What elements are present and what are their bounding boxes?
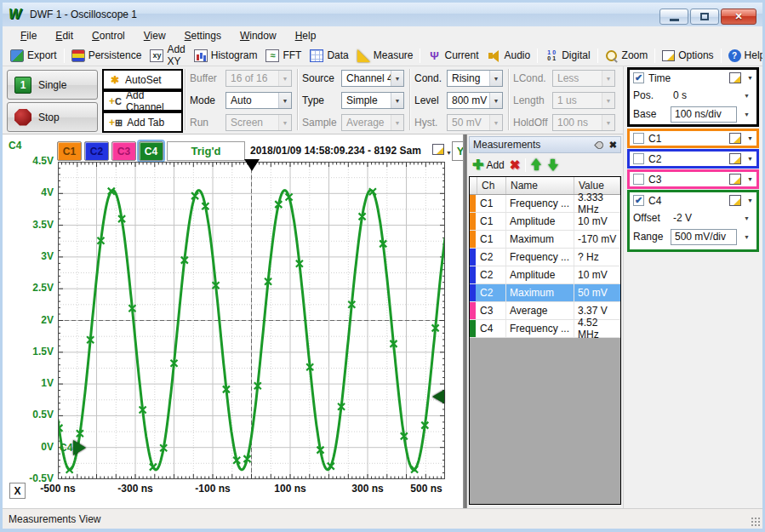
add-xy-button[interactable]: xyAdd XY	[146, 42, 189, 69]
c1-checkbox[interactable]	[633, 133, 644, 144]
mode-select[interactable]: Auto▼	[226, 92, 292, 109]
measurement-row[interactable]: C2Frequency ...? Hz	[470, 249, 620, 266]
offset-value[interactable]: -2 V	[671, 212, 740, 224]
sample-select[interactable]: Average▼	[341, 114, 404, 131]
measurement-row[interactable]: C2Maximum50 mV	[470, 284, 620, 302]
time-export-icon[interactable]	[729, 72, 741, 83]
channel-tab-c4[interactable]: C4	[139, 141, 163, 161]
channel-tab-c1[interactable]: C1	[57, 141, 82, 161]
buffer-select[interactable]: 16 of 16▼	[226, 70, 292, 87]
hyst-select[interactable]: 50 mV▼	[447, 114, 503, 131]
group-separator	[185, 69, 186, 130]
menu-control[interactable]: Control	[83, 28, 134, 43]
measurement-row[interactable]: C1Maximum-170 mV	[470, 231, 620, 249]
trigger-position-marker[interactable]	[244, 159, 260, 171]
column-ch[interactable]: Ch	[477, 177, 506, 194]
y-axis-tick-label: 0.5V	[3, 409, 54, 420]
data-button[interactable]: Data	[305, 48, 352, 64]
measurement-channel: C1	[476, 231, 506, 248]
measurement-row[interactable]: C4Frequency ...4.52 MHz	[470, 320, 620, 338]
chevron-down-icon: ▼	[747, 75, 753, 81]
length-select[interactable]: 1 us▼	[552, 92, 615, 109]
close-button[interactable]: ✕	[721, 9, 756, 25]
measurement-channel: C2	[476, 249, 506, 266]
acquisition-timestamp: 2018/01/09 14:58:09.234 - 8192 Sam	[250, 145, 421, 157]
maximize-button[interactable]	[690, 9, 719, 25]
time-panel: ✔ Time ▼ Pos. 0 s ▼ Base 100 ns/div ▼	[627, 67, 759, 127]
audio-button[interactable]: Audio	[483, 48, 535, 64]
trigger-level-marker[interactable]	[432, 390, 444, 403]
channel-tab-c2[interactable]: C2	[84, 141, 109, 161]
add-measurement-button[interactable]: ✚ Add	[472, 157, 505, 173]
source-select[interactable]: Channel 4▼	[341, 70, 404, 87]
pos-value[interactable]: 0 s	[671, 89, 740, 101]
single-button[interactable]: 1 Single	[7, 70, 98, 100]
resize-grip[interactable]	[751, 518, 760, 526]
menu-edit[interactable]: Edit	[46, 28, 83, 43]
c1-export-icon[interactable]	[729, 133, 741, 144]
measurement-name: Frequency ...	[506, 320, 574, 337]
c2-export-icon[interactable]	[729, 153, 741, 164]
measurement-value: -170 mV	[574, 231, 620, 248]
menu-help[interactable]: Help	[286, 28, 326, 43]
cond-select[interactable]: Rising▼	[447, 70, 503, 87]
cond-label: Cond.	[414, 70, 442, 87]
export-button[interactable]: Export	[6, 48, 61, 64]
chevron-down-icon[interactable]: ▼	[740, 93, 753, 99]
add-channel-button[interactable]: +C Add Channel	[102, 90, 183, 112]
lcond-select[interactable]: Less▼	[552, 70, 615, 87]
add-tab-button[interactable]: +⊞ Add Tab	[102, 112, 183, 133]
channel-column: ✔ Time ▼ Pos. 0 s ▼ Base 100 ns/div ▼ C1	[623, 66, 762, 508]
range-value[interactable]: 500 mV/div	[671, 229, 737, 245]
minimize-button[interactable]	[659, 9, 688, 25]
y-axis-tick-label: 2V	[3, 314, 54, 326]
chevron-down-icon: ▼	[278, 71, 291, 86]
chevron-down-icon[interactable]: ▼	[740, 215, 753, 221]
waveform-canvas[interactable]	[58, 162, 445, 479]
menu-window[interactable]: Window	[231, 28, 286, 43]
digital-button[interactable]: Digital	[540, 48, 594, 64]
histogram-button[interactable]: Histogram	[190, 48, 262, 64]
move-up-button[interactable]	[531, 158, 542, 171]
group-separator	[297, 69, 299, 130]
measurement-value: 4.52 MHz	[574, 320, 620, 337]
channel-tab-c3[interactable]: C3	[111, 141, 136, 161]
c3-export-icon[interactable]	[729, 174, 741, 185]
measure-button[interactable]: Measure	[353, 48, 418, 64]
measurement-row[interactable]: C1Amplitude10 mV	[470, 213, 620, 231]
level-select[interactable]: 800 mV▼	[447, 92, 503, 109]
help-button[interactable]: ?Help	[724, 48, 762, 64]
channel-offset-marker[interactable]: C4	[60, 440, 86, 455]
move-down-button[interactable]	[547, 158, 558, 171]
zoom-button[interactable]: Zoom	[601, 48, 653, 64]
measurement-row[interactable]: C1Frequency ...3.333 MHz	[470, 195, 620, 213]
type-select[interactable]: Simple▼	[341, 92, 404, 109]
close-panel-icon[interactable]: ✖	[609, 140, 617, 151]
column-name[interactable]: Name	[506, 177, 574, 194]
delete-measurement-button[interactable]: ✖	[510, 157, 521, 173]
base-value[interactable]: 100 ns/div	[671, 106, 737, 123]
stop-button[interactable]: Stop	[7, 102, 98, 132]
c4-export-icon[interactable]	[729, 195, 741, 206]
pin-icon[interactable]	[594, 140, 605, 151]
chevron-down-icon: ▼	[278, 115, 291, 130]
measurement-value: 50 mV	[574, 284, 620, 301]
run-select[interactable]: Screen▼	[226, 114, 292, 131]
c2-checkbox[interactable]	[633, 153, 644, 164]
chevron-down-icon[interactable]: ▼	[740, 234, 753, 240]
c3-checkbox[interactable]	[633, 174, 644, 185]
plot-export-button[interactable]: ▼	[432, 143, 452, 158]
persistence-button[interactable]: Persistence	[67, 48, 146, 64]
chevron-down-icon[interactable]: ▼	[740, 112, 753, 117]
options-button[interactable]: Options	[658, 48, 717, 63]
fft-button[interactable]: ≈FFT	[261, 48, 305, 64]
time-checkbox[interactable]: ✔	[633, 72, 644, 83]
measurements-title-bar[interactable]: Measurements ✖	[469, 136, 621, 153]
measurement-row[interactable]: C2Amplitude10 mV	[470, 266, 620, 284]
menu-file[interactable]: File	[11, 28, 46, 43]
c4-checkbox[interactable]: ✔	[633, 195, 644, 206]
current-button[interactable]: ΨCurrent	[423, 48, 482, 64]
title-bar[interactable]: W DWF 1 - Oscilloscope 1 ✕	[3, 3, 762, 26]
holdoff-select[interactable]: 100 ns▼	[552, 114, 615, 131]
autoset-button[interactable]: ✱ AutoSet	[102, 69, 183, 90]
